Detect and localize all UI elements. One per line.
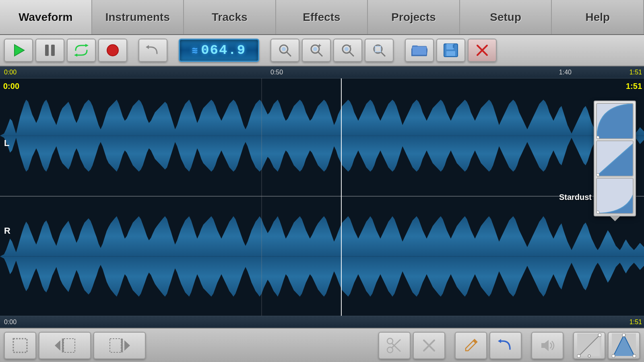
- svg-marker-4: [74, 53, 77, 57]
- timeline-ruler-bottom: 0:00 1:51: [0, 316, 644, 328]
- svg-point-37: [597, 211, 599, 213]
- zoom-out-button[interactable]: -: [333, 39, 362, 62]
- svg-point-12: [313, 47, 317, 51]
- ruler-bottom-start: 0:00: [4, 319, 17, 326]
- zoom-normal-button[interactable]: [270, 39, 299, 62]
- pause-button[interactable]: [35, 39, 64, 62]
- play-button[interactable]: [4, 39, 33, 62]
- svg-rect-25: [446, 51, 455, 56]
- open-button[interactable]: [405, 39, 434, 62]
- cut-button[interactable]: [378, 332, 411, 359]
- svg-point-70: [633, 354, 636, 358]
- svg-rect-48: [110, 339, 121, 352]
- fade-linear-item[interactable]: [596, 140, 634, 177]
- waveform-svg: [0, 78, 644, 316]
- svg-point-34: [597, 173, 599, 176]
- svg-marker-50: [124, 340, 130, 351]
- svg-marker-59: [541, 340, 549, 351]
- nav-tabs: Waveform Instruments Tracks Effects Proj…: [0, 0, 644, 35]
- ruler-bottom-end: 1:51: [630, 319, 642, 326]
- zoom-fit-button[interactable]: [365, 39, 394, 62]
- ruler-start: 0:00: [4, 69, 17, 76]
- svg-point-9: [282, 47, 286, 51]
- waveform-section: 0:00 0:50 1:40 1:51 0:00 1:51 L R Stardu…: [0, 66, 644, 328]
- main-content: ≋ 064.9 + -: [0, 35, 644, 362]
- svg-marker-0: [14, 45, 24, 56]
- svg-line-15: [349, 52, 354, 56]
- svg-rect-49: [121, 339, 123, 352]
- svg-marker-3: [85, 44, 89, 47]
- svg-point-30: [597, 136, 599, 138]
- select-button[interactable]: [4, 332, 36, 359]
- save-button[interactable]: [436, 39, 465, 62]
- svg-rect-47: [64, 339, 75, 352]
- toolbar: ≋ 064.9 + -: [0, 35, 644, 66]
- svg-point-65: [588, 355, 590, 357]
- timeline-ruler-top: 0:00 0:50 1:40 1:51: [0, 66, 644, 78]
- edit-button[interactable]: [455, 332, 487, 359]
- svg-point-16: [345, 47, 349, 51]
- svg-line-11: [318, 52, 322, 56]
- svg-marker-45: [55, 340, 60, 351]
- svg-line-19: [381, 52, 385, 56]
- time-display: ≋ 064.9: [179, 39, 259, 62]
- svg-point-63: [577, 354, 580, 358]
- waveform-icon: ≋: [192, 45, 198, 56]
- svg-rect-1: [45, 45, 49, 56]
- svg-marker-6: [146, 45, 149, 49]
- tab-setup[interactable]: Setup: [460, 0, 552, 34]
- undo-bottom-button[interactable]: [489, 332, 522, 359]
- svg-marker-58: [498, 339, 501, 343]
- bottom-toolbar: [0, 328, 644, 362]
- svg-line-8: [287, 52, 291, 56]
- waveform-display[interactable]: 0:00 1:51 L R Stardust: [0, 78, 644, 316]
- tab-instruments[interactable]: Instruments: [92, 0, 184, 34]
- delete-button[interactable]: [413, 332, 445, 359]
- waveform-start-label: 0:00: [3, 82, 19, 91]
- svg-text:+: +: [318, 43, 321, 49]
- popup-panel: [594, 101, 636, 216]
- fade-triangle-bottom-button[interactable]: [608, 332, 640, 359]
- ruler-end-right: 1:51: [630, 69, 642, 76]
- tab-effects[interactable]: Effects: [276, 0, 368, 34]
- popup-arrow: [610, 216, 620, 221]
- svg-rect-44: [13, 339, 27, 352]
- svg-point-5: [107, 45, 118, 56]
- svg-point-64: [598, 333, 601, 337]
- svg-rect-24: [446, 44, 454, 49]
- record-button[interactable]: [98, 39, 127, 62]
- svg-text:-: -: [349, 43, 351, 49]
- ruler-end-top: 1:40: [559, 69, 572, 76]
- time-value: 064.9: [201, 43, 246, 58]
- waveform-end-label: 1:51: [626, 82, 642, 91]
- fade-exp-item[interactable]: [596, 178, 634, 214]
- svg-point-51: [387, 347, 393, 353]
- tab-help[interactable]: Help: [552, 0, 644, 34]
- svg-rect-26: [453, 45, 454, 48]
- svg-rect-2: [51, 45, 55, 56]
- speaker-button[interactable]: [531, 332, 564, 359]
- fade-linear-bottom-button[interactable]: [573, 332, 605, 359]
- right-channel-label: R: [4, 226, 10, 236]
- tab-projects[interactable]: Projects: [368, 0, 460, 34]
- loop-button[interactable]: [67, 39, 96, 62]
- zoom-in-button[interactable]: +: [302, 39, 331, 62]
- left-channel-label: L: [4, 138, 9, 148]
- undo-button[interactable]: [138, 39, 167, 62]
- svg-rect-20: [375, 46, 381, 52]
- close-button[interactable]: [468, 39, 497, 62]
- trim-right-button[interactable]: [93, 332, 146, 359]
- svg-rect-22: [412, 46, 427, 55]
- svg-point-52: [387, 338, 393, 344]
- trim-left-button[interactable]: [39, 332, 91, 359]
- svg-point-68: [612, 354, 615, 358]
- stardust-label: Stardust: [559, 193, 592, 202]
- svg-point-69: [622, 333, 625, 337]
- tab-tracks[interactable]: Tracks: [184, 0, 276, 34]
- tab-waveform[interactable]: Waveform: [0, 0, 92, 34]
- ruler-mid: 0:50: [270, 69, 283, 76]
- fade-curved-item[interactable]: [596, 103, 634, 139]
